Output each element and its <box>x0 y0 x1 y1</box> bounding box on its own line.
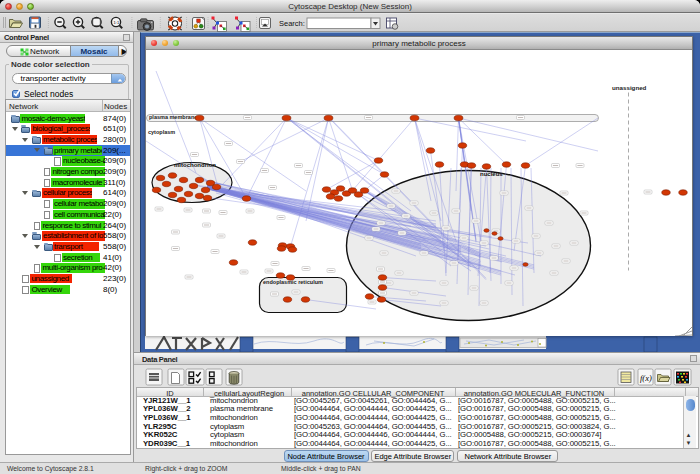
svg-text:Search:: Search: <box>279 19 305 28</box>
svg-text:cytoplasm: cytoplasm <box>148 128 175 134</box>
svg-text:plasma membrane: plasma membrane <box>149 114 197 120</box>
svg-text:unassigned: unassigned <box>612 84 647 91</box>
svg-text:1:1: 1:1 <box>114 20 120 25</box>
svg-text:f(x): f(x) <box>640 373 652 383</box>
svg-text:mitochondrion: mitochondrion <box>174 162 216 168</box>
svg-text:nucleus: nucleus <box>480 170 503 176</box>
